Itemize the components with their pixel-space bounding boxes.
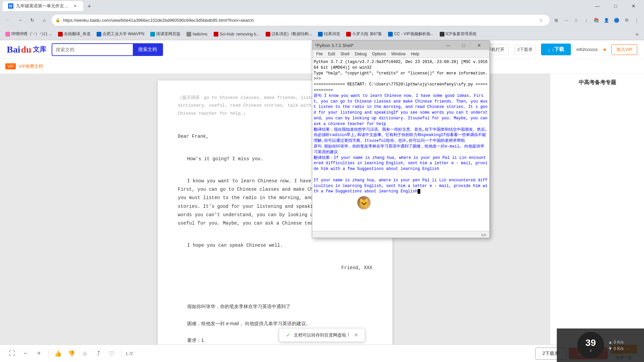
search-button[interactable]: 搜索文档 bbox=[133, 44, 162, 55]
baidu-logo: Bai bbox=[7, 44, 20, 55]
shell-status-ln: Ln: bbox=[482, 233, 487, 237]
close-button[interactable]: ✕ bbox=[626, 0, 641, 12]
extensions-icon[interactable]: ⧉ bbox=[622, 15, 631, 25]
zoom-in-button[interactable]: + bbox=[34, 348, 44, 359]
shell-menu-file[interactable]: File bbox=[314, 51, 325, 57]
download-manager-icon[interactable]: ↓ bbox=[582, 15, 591, 25]
shell-menu-window[interactable]: Window bbox=[388, 51, 408, 57]
download-speed: 0 K/s bbox=[613, 346, 624, 351]
shell-maximize-button[interactable]: □ bbox=[456, 41, 471, 50]
minimize-button[interactable]: — bbox=[590, 0, 605, 12]
bookmark-results[interactable]: 结果浏览 bbox=[315, 29, 343, 39]
account-icon[interactable]: 🔵 bbox=[612, 15, 621, 25]
collections-icon[interactable]: 📚 bbox=[592, 15, 601, 25]
fullscreen-button[interactable]: ⛶ bbox=[7, 348, 17, 359]
shell-menu-help[interactable]: Help bbox=[408, 51, 422, 57]
shell-minimize-button[interactable]: — bbox=[440, 41, 456, 50]
shell-menu-options[interactable]: Options bbox=[369, 51, 388, 57]
shell-line-translated-2: 翻译结果：If your name is zhang hua, where is… bbox=[314, 155, 488, 172]
python-shell-window[interactable]: *Python 3.7.2 Shell* — □ ✕ File Edit She… bbox=[312, 40, 490, 238]
title-bar: W 九年级英语第一单元作文范文 ✕ + — □ ✕ bbox=[0, 0, 644, 12]
page-navigation: 1 /2 bbox=[125, 351, 133, 356]
star-bookmark-icon[interactable]: ☆ bbox=[572, 15, 581, 25]
lock-icon: 🔒 bbox=[55, 18, 60, 22]
extension-button[interactable]: ⊞ bbox=[551, 15, 561, 25]
bookmark-icon bbox=[186, 32, 191, 37]
toast-close-button[interactable]: ✕ bbox=[354, 332, 358, 338]
shell-line-original-2: 原句 假如你叫张华，你的笔友李林在学习英语中遇到了困难，给他发一封e-mail,… bbox=[314, 144, 488, 155]
bookmark-star-icon[interactable]: ☆ bbox=[536, 15, 546, 25]
toolbar-separator-1 bbox=[48, 350, 49, 358]
bookmark-youdao[interactable]: 在线翻译_有道 bbox=[55, 29, 93, 39]
user-profile-icon[interactable]: 👤 bbox=[602, 15, 611, 25]
settings-icon[interactable]: ⋮ bbox=[632, 15, 641, 25]
star-button[interactable]: ☆ bbox=[79, 348, 90, 359]
shell-menu-edit[interactable]: Edit bbox=[325, 51, 338, 57]
share-button[interactable]: ⤴ bbox=[93, 348, 104, 359]
zoom-out-button[interactable]: − bbox=[20, 348, 31, 359]
shell-line-output: If your name is zhang hua, where is your… bbox=[314, 178, 488, 194]
up-arrow-icon: ▲ bbox=[608, 340, 612, 345]
shell-menu-shell[interactable]: Shell bbox=[338, 51, 352, 57]
maximize-button[interactable]: □ bbox=[608, 0, 623, 12]
download-count-label: 2下载券 bbox=[517, 47, 533, 53]
bookmark-douluodalu[interactable]: 斗罗大陆 第67集 bbox=[343, 29, 385, 39]
search-input[interactable] bbox=[52, 44, 133, 55]
bookmark-label: hello!mc bbox=[193, 32, 208, 37]
forward-button[interactable]: → bbox=[15, 15, 25, 25]
shell-content-area[interactable]: Python 3.7.2 (tags/v3.7.2:9a3ffc0492, De… bbox=[312, 58, 489, 231]
bookmark-webvpn[interactable]: 合肥工业大学 WebVPN bbox=[94, 29, 147, 39]
shell-window-controls: — □ ✕ bbox=[440, 41, 487, 50]
shell-line-1: Python 3.7.2 (tags/v3.7.2:9a3ffc0492, De… bbox=[314, 59, 488, 71]
bottom-toolbar: ⛶ − + 👍 👎 ☆ ⤴ ♡ 1 /2 2下载券 立即下载 加入VIP bbox=[0, 345, 644, 362]
current-page: 1 bbox=[125, 351, 128, 356]
tab-favicon: W bbox=[8, 3, 13, 9]
collect-button[interactable]: ♡ bbox=[106, 348, 117, 359]
shell-line-3: >>> bbox=[314, 76, 488, 82]
tab-close-button[interactable]: ✕ bbox=[72, 3, 78, 9]
download-count-btn[interactable]: 2下载券 bbox=[514, 45, 536, 54]
download-btn-label: ↓下载 bbox=[552, 46, 565, 53]
bookmark-hellomc[interactable]: hello!mc bbox=[184, 29, 210, 39]
thumb-down-button[interactable]: 👎 bbox=[66, 348, 77, 359]
bookmark-icon bbox=[388, 32, 393, 37]
refresh-button[interactable]: ↻ bbox=[27, 15, 38, 25]
address-bar: ← → ↻ ⌂ 🔒 https://wenku.baidu.com/view/b… bbox=[0, 12, 644, 28]
vip-doc-label: VIP免费文档 bbox=[18, 63, 43, 69]
browser-frame: W 九年级英语第一单元作文范文 ✕ + — □ ✕ ← → ↻ ⌂ 🔒 http… bbox=[0, 0, 644, 362]
avatar-emoji: 🐱 bbox=[359, 198, 369, 208]
right-sidebar: 中高考备考专题 bbox=[550, 74, 644, 345]
home-button[interactable]: ⌂ bbox=[39, 15, 50, 25]
bookmark-label: 哔哩哔哩（' -'）つ口 ... bbox=[11, 31, 52, 37]
net-speeds-area: ▲ 0 K/s ▼ 0 K/s bbox=[608, 340, 624, 351]
prompt-line1: 假如你叫张华，你的笔友李林在学习英语中遇到了 bbox=[178, 302, 372, 311]
url-bar[interactable]: 🔒 https://wenku.baidu.com/view/b0e41a396… bbox=[51, 14, 550, 26]
letter-closing: Friend, XXX bbox=[178, 264, 372, 272]
active-tab[interactable]: W 九年级英语第一单元作文范文 ✕ bbox=[3, 1, 83, 11]
bookmark-icon bbox=[150, 32, 155, 37]
thumb-up-button[interactable]: 👍 bbox=[53, 348, 63, 359]
bookmark-label: Sci-Hub: removing b... bbox=[220, 32, 260, 37]
bookmark-yuketang[interactable]: 雨课堂网页版 bbox=[148, 29, 183, 39]
new-tab-button[interactable]: + bbox=[85, 2, 94, 11]
bookmark-icp[interactable]: ICP备案管理系统 bbox=[437, 29, 479, 39]
shell-line-restart: ============= RESTART: C:\Users\77520\lp… bbox=[314, 82, 488, 93]
shell-close-button[interactable]: ✕ bbox=[471, 41, 487, 50]
vip-heart-icon: ♥ bbox=[603, 47, 606, 52]
join-vip-button[interactable]: 加入VIP bbox=[611, 44, 637, 55]
download-icon: ↓ bbox=[548, 47, 550, 52]
net-speed-up: ▲ 0 K/s bbox=[608, 340, 624, 345]
shell-menu-debug[interactable]: Debug bbox=[352, 51, 369, 57]
bookmarks-more-button[interactable]: » bbox=[633, 31, 641, 37]
url-text: https://wenku.baidu.com/view/b0e41a3966e… bbox=[63, 18, 534, 23]
more-options-button[interactable]: ⋯ bbox=[561, 15, 571, 25]
search-box: 搜索文档 bbox=[52, 43, 163, 56]
download-main-button[interactable]: ↓ ↓下载 bbox=[541, 44, 571, 55]
bookmark-cc-vip[interactable]: CC - VIP视频解析插... bbox=[385, 29, 436, 39]
tab-bar: W 九年级英语第一单元作文范文 ✕ + bbox=[3, 1, 590, 11]
back-button[interactable]: ← bbox=[3, 15, 13, 25]
shell-line-2: Type "help", "copyright", "credits" or "… bbox=[314, 71, 488, 76]
bookmark-bilibili[interactable]: 哔哩哔哩（' -'）つ口 ... bbox=[3, 29, 55, 39]
bookmark-scihub[interactable]: Sci-Hub: removing b... bbox=[211, 29, 262, 39]
bookmark-datastructure[interactable]: (2条消息)《数据结构... bbox=[263, 29, 315, 39]
